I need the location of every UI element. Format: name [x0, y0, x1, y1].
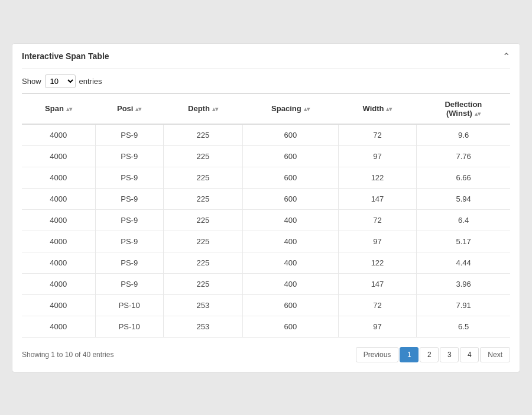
cell-posi: PS-10 — [95, 316, 163, 337]
table-row: 4000PS-92254001224.44 — [22, 252, 510, 273]
sort-icon-posi[interactable]: ▴▾ — [135, 106, 141, 112]
page-button-3[interactable]: 3 — [440, 347, 459, 362]
col-header-depth[interactable]: Depth▴▾ — [163, 93, 242, 124]
cell-spacing: 400 — [243, 231, 339, 252]
cell-deflection: 3.96 — [417, 273, 510, 294]
cell-deflection: 4.44 — [417, 252, 510, 273]
table-container: Interactive Span Table ⌃ Show 5102550100… — [12, 43, 520, 372]
cell-spacing: 600 — [243, 188, 339, 209]
sort-icon-deflection[interactable]: ▴▾ — [475, 111, 481, 117]
col-header-spacing[interactable]: Spacing▴▾ — [243, 93, 339, 124]
table-header-row: Span▴▾Posi▴▾Depth▴▾Spacing▴▾Width▴▾Defle… — [22, 93, 510, 124]
entries-select[interactable]: 5102550100 — [45, 74, 76, 88]
table-header: Interactive Span Table ⌃ — [22, 51, 510, 69]
cell-spacing: 600 — [243, 294, 339, 316]
cell-width: 72 — [338, 294, 416, 316]
cell-spacing: 600 — [243, 167, 339, 188]
cell-width: 97 — [338, 316, 416, 337]
cell-width: 147 — [338, 188, 416, 209]
cell-span: 4000 — [22, 316, 95, 337]
sort-icon-span[interactable]: ▴▾ — [66, 106, 72, 112]
cell-depth: 225 — [163, 209, 242, 231]
cell-depth: 225 — [163, 231, 242, 252]
cell-spacing: 600 — [243, 124, 339, 146]
cell-deflection: 9.6 — [417, 124, 510, 146]
cell-span: 4000 — [22, 294, 95, 316]
cell-span: 4000 — [22, 209, 95, 231]
entries-label: entries — [79, 77, 102, 86]
show-label: Show — [22, 77, 41, 86]
cell-posi: PS-9 — [95, 188, 163, 209]
table-row: 4000PS-9225600977.76 — [22, 145, 510, 167]
table-row: 4000PS-92256001475.94 — [22, 188, 510, 209]
sort-icon-spacing[interactable]: ▴▾ — [304, 106, 310, 112]
page-button-2[interactable]: 2 — [420, 347, 439, 362]
collapse-icon[interactable]: ⌃ — [502, 51, 510, 62]
col-header-span[interactable]: Span▴▾ — [22, 93, 95, 124]
cell-spacing: 600 — [243, 316, 339, 337]
sort-icon-depth[interactable]: ▴▾ — [212, 106, 218, 112]
cell-deflection: 5.17 — [417, 231, 510, 252]
col-header-posi[interactable]: Posi▴▾ — [95, 93, 163, 124]
cell-depth: 253 — [163, 316, 242, 337]
cell-deflection: 7.76 — [417, 145, 510, 167]
cell-posi: PS-9 — [95, 167, 163, 188]
cell-span: 4000 — [22, 145, 95, 167]
cell-width: 72 — [338, 209, 416, 231]
cell-depth: 225 — [163, 273, 242, 294]
cell-deflection: 6.66 — [417, 167, 510, 188]
col-header-deflection[interactable]: Deflection(Winst)▴▾ — [417, 93, 510, 124]
table-title: Interactive Span Table — [22, 51, 109, 61]
cell-width: 122 — [338, 167, 416, 188]
cell-posi: PS-9 — [95, 231, 163, 252]
table-footer: Showing 1 to 10 of 40 entries Previous12… — [22, 340, 510, 362]
cell-posi: PS-10 — [95, 294, 163, 316]
table-row: 4000PS-9225400726.4 — [22, 209, 510, 231]
cell-width: 147 — [338, 273, 416, 294]
showing-text: Showing 1 to 10 of 40 entries — [22, 351, 113, 359]
cell-spacing: 400 — [243, 252, 339, 273]
cell-spacing: 600 — [243, 145, 339, 167]
cell-depth: 225 — [163, 252, 242, 273]
cell-posi: PS-9 — [95, 124, 163, 146]
table-row: 4000PS-10253600727.91 — [22, 294, 510, 316]
cell-depth: 225 — [163, 145, 242, 167]
table-row: 4000PS-92256001226.66 — [22, 167, 510, 188]
page-button-1[interactable]: 1 — [400, 347, 419, 362]
cell-posi: PS-9 — [95, 145, 163, 167]
prev-button[interactable]: Previous — [356, 347, 399, 362]
cell-span: 4000 — [22, 167, 95, 188]
cell-depth: 225 — [163, 188, 242, 209]
table-row: 4000PS-10253600976.5 — [22, 316, 510, 337]
data-table: Span▴▾Posi▴▾Depth▴▾Spacing▴▾Width▴▾Defle… — [22, 93, 510, 338]
cell-spacing: 400 — [243, 273, 339, 294]
cell-deflection: 6.5 — [417, 316, 510, 337]
cell-width: 122 — [338, 252, 416, 273]
sort-icon-width[interactable]: ▴▾ — [386, 106, 392, 112]
cell-deflection: 7.91 — [417, 294, 510, 316]
table-row: 4000PS-9225400975.17 — [22, 231, 510, 252]
next-button[interactable]: Next — [480, 347, 510, 362]
cell-depth: 225 — [163, 167, 242, 188]
cell-span: 4000 — [22, 124, 95, 146]
cell-span: 4000 — [22, 231, 95, 252]
cell-depth: 253 — [163, 294, 242, 316]
col-header-width[interactable]: Width▴▾ — [338, 93, 416, 124]
table-row: 4000PS-92254001473.96 — [22, 273, 510, 294]
cell-width: 97 — [338, 145, 416, 167]
table-controls: Show 5102550100 entries — [22, 69, 510, 93]
cell-posi: PS-9 — [95, 252, 163, 273]
page-button-4[interactable]: 4 — [460, 347, 479, 362]
cell-depth: 225 — [163, 124, 242, 146]
cell-span: 4000 — [22, 273, 95, 294]
cell-spacing: 400 — [243, 209, 339, 231]
table-row: 4000PS-9225600729.6 — [22, 124, 510, 146]
cell-width: 97 — [338, 231, 416, 252]
cell-span: 4000 — [22, 252, 95, 273]
cell-deflection: 6.4 — [417, 209, 510, 231]
pagination: Previous1234Next — [356, 347, 510, 362]
cell-deflection: 5.94 — [417, 188, 510, 209]
table-body: 4000PS-9225600729.64000PS-9225600977.764… — [22, 124, 510, 338]
cell-span: 4000 — [22, 188, 95, 209]
cell-posi: PS-9 — [95, 209, 163, 231]
